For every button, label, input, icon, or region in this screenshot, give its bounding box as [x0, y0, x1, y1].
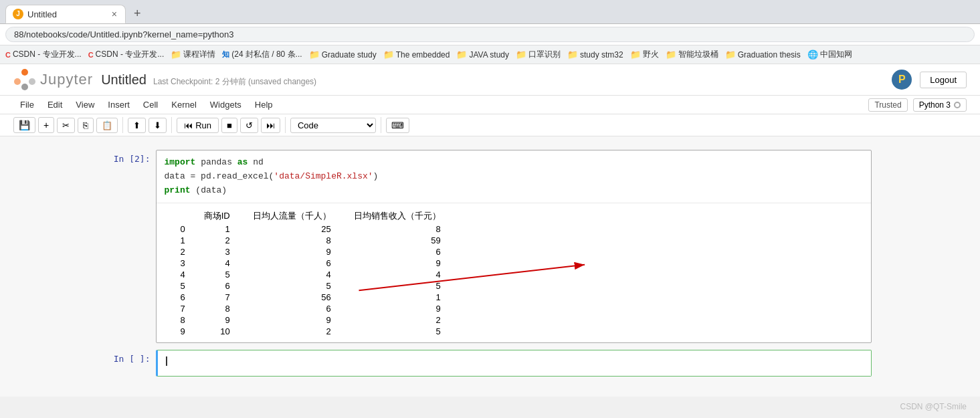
code-text-2: nd [253, 157, 264, 167]
code-area-1[interactable]: import pandas as nd data = pd.read_excel… [157, 150, 871, 203]
save-button[interactable]: 💾 [13, 117, 35, 133]
bookmark-csdn2[interactable]: CCSDN - 专业开发... [88, 49, 165, 60]
bookmark-csdn1[interactable]: CCSDN - 专业开发... [5, 49, 82, 60]
tab-bar: J Untitled × + [0, 0, 980, 23]
cursor [166, 356, 167, 366]
table-row: 3469 [171, 257, 450, 269]
tab-close-icon[interactable]: × [112, 9, 117, 19]
code-cell-1: import pandas as nd data = pd.read_excel… [156, 150, 872, 343]
notebook-title-area: Untitled Last Checkpoint: 2 分钟前 (unsaved… [101, 72, 316, 88]
header-right: P Logout [892, 70, 967, 90]
bookmark-graduate[interactable]: 📁Graduate study [309, 49, 377, 60]
notebook-area: In [2]: import pandas as nd data = pd.re… [0, 136, 980, 397]
run-icon: ⏮ [184, 120, 193, 130]
toolbar: 💾 + ✂ ⎘ 📋 ⬆ ⬇ ⏮ Run ■ ↺ ⏭ Code Markdown … [0, 114, 980, 136]
col-header-shopid: 商场ID [195, 209, 239, 223]
browser-chrome: J Untitled × + 88/notebooks/code/Untitle… [0, 0, 980, 64]
menu-item-help[interactable]: Help [248, 97, 280, 112]
notebook-name[interactable]: Untitled [101, 72, 146, 88]
kw-import: import [165, 157, 196, 167]
table-row: 2396 [171, 246, 450, 257]
col-header-empty [171, 209, 195, 223]
menu-item-cell[interactable]: Cell [136, 97, 165, 112]
restart-button[interactable]: ↺ [240, 118, 258, 133]
bookmark-kecheng[interactable]: 📁课程详情 [171, 49, 215, 60]
output-table: 商场ID 日均人流量（千人） 日均销售收入（千元） 01258 12859 23… [171, 209, 450, 337]
code-line-2: data = pd.read_excel('data/SimpleR.xlsx'… [165, 170, 863, 184]
jupyter-logo: Jupyter [13, 68, 93, 91]
kw-print: print [165, 185, 191, 195]
str-literal-1: 'data/SimpleR.xlsx' [274, 171, 373, 181]
kernel-label: Python 3 [919, 100, 951, 110]
cell-1-prompt: In [2]: [109, 150, 156, 343]
code-line-3: print (data) [165, 184, 863, 198]
menu-item-kernel[interactable]: Kernel [165, 97, 203, 112]
bookmarks-bar: CCSDN - 专业开发... CCSDN - 专业开发... 📁课程详情 知(… [0, 45, 980, 64]
bookmark-embedded[interactable]: 📁The embedded [383, 49, 450, 60]
bookmark-java[interactable]: 📁JAVA study [456, 49, 509, 60]
table-row: 5655 [171, 280, 450, 292]
menu-item-file[interactable]: File [13, 97, 41, 112]
address-bar[interactable]: 88/notebooks/code/Untitled.ipynb?kernel_… [5, 27, 975, 42]
table-row: 12859 [171, 235, 450, 246]
menu-item-insert[interactable]: Insert [101, 97, 136, 112]
cell-2-body [156, 350, 872, 377]
kernel-badge: Python 3 [913, 98, 967, 112]
add-cell-button[interactable]: + [38, 117, 54, 133]
bookmark-stm32[interactable]: 📁study stm32 [567, 49, 623, 60]
svg-point-1 [21, 84, 28, 90]
paste-button[interactable]: 📋 [96, 118, 118, 133]
run-label: Run [195, 120, 211, 130]
table-row: 91025 [171, 326, 450, 337]
cell-2-prompt: In [ ]: [109, 350, 156, 377]
jupyter-wordmark: Jupyter [40, 71, 93, 88]
address-bar-row: 88/notebooks/code/Untitled.ipynb?kernel_… [0, 23, 980, 45]
table-row: 7869 [171, 303, 450, 314]
bookmark-graduation[interactable]: 📁Graduation thesis [725, 49, 801, 60]
bookmark-zhihu[interactable]: 知(24 封私信 / 80 条... [222, 49, 302, 60]
bookmark-mask[interactable]: 📁口罩识别 [516, 49, 561, 60]
move-down-button[interactable]: ⬇ [149, 118, 167, 133]
bookmark-wildfire[interactable]: 📁野火 [630, 49, 659, 60]
table-row: 8992 [171, 314, 450, 326]
jupyter-logo-icon [13, 68, 36, 91]
logout-button[interactable]: Logout [920, 72, 967, 88]
cell-type-select[interactable]: Code Markdown Raw NBConvert [290, 118, 376, 133]
kw-as: as [237, 157, 248, 167]
jupyter-header: Jupyter Untitled Last Checkpoint: 2 分钟前 … [0, 64, 980, 96]
menu-item-view[interactable]: View [69, 97, 101, 112]
code-line-1: import pandas as nd [165, 156, 863, 170]
cell-1-body: import pandas as nd data = pd.read_excel… [156, 150, 872, 343]
trusted-badge: Trusted [868, 98, 907, 112]
menu-item-edit[interactable]: Edit [41, 97, 69, 112]
active-tab[interactable]: J Untitled × [5, 5, 126, 23]
python-icon: P [892, 70, 912, 90]
bookmark-cnki[interactable]: 🌐中国知网 [807, 49, 852, 60]
keyboard-shortcuts-button[interactable]: ⌨ [386, 118, 409, 133]
col-header-flow: 日均人流量（千人） [239, 209, 345, 223]
table-row: 01258 [171, 223, 450, 235]
code-cell-2-active[interactable] [156, 350, 872, 377]
toolbar-separator-2 [171, 117, 172, 133]
tab-favicon: J [13, 9, 23, 19]
cell-2-container: In [ ]: [109, 350, 872, 377]
run-all-button[interactable]: ⏭ [261, 118, 280, 133]
table-row: 67561 [171, 292, 450, 303]
toolbar-separator-4 [381, 117, 381, 133]
code-text-3: (data) [195, 185, 227, 195]
run-button[interactable]: ⏮ Run [177, 118, 219, 133]
toolbar-separator-1 [122, 117, 123, 133]
stop-button[interactable]: ■ [221, 118, 237, 133]
cut-button[interactable]: ✂ [57, 118, 75, 133]
col-header-revenue: 日均销售收入（千元） [345, 209, 450, 223]
new-tab-button[interactable]: + [127, 4, 148, 23]
table-row: 4544 [171, 269, 450, 280]
bookmark-trash[interactable]: 📁智能垃圾桶 [666, 49, 718, 60]
cell-1-container: In [2]: import pandas as nd data = pd.re… [109, 150, 872, 343]
menu-bar: File Edit View Insert Cell Kernel Widget… [0, 96, 980, 114]
copy-button[interactable]: ⎘ [78, 118, 94, 133]
move-up-button[interactable]: ⬆ [128, 118, 146, 133]
toolbar-separator-3 [285, 117, 286, 133]
page-footer: CSDN @QT-Smile [900, 402, 967, 411]
menu-item-widgets[interactable]: Widgets [203, 97, 248, 112]
